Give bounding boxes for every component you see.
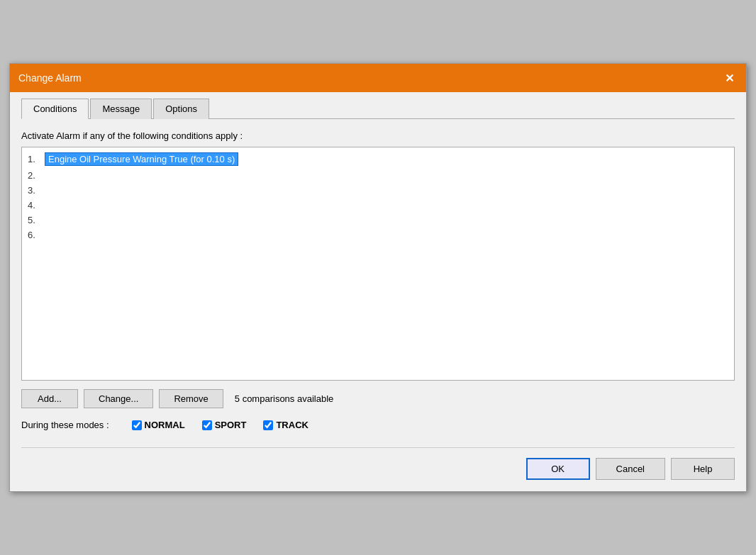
- condition-value-2[interactable]: [45, 175, 50, 176]
- condition-number-3: 3.: [28, 185, 45, 196]
- condition-row-3[interactable]: 3.: [28, 183, 728, 198]
- condition-number-6: 6.: [28, 230, 45, 240]
- dialog-body: Conditions Message Options Activate Alar…: [10, 92, 746, 491]
- mode-track-label: TRACK: [276, 420, 308, 430]
- modes-row: During these modes : NORMAL SPORT TRACK: [21, 420, 735, 430]
- help-button[interactable]: Help: [671, 458, 735, 480]
- condition-row-1[interactable]: 1. Engine Oil Pressure Warning True (for…: [28, 150, 728, 168]
- ok-button[interactable]: OK: [526, 458, 590, 480]
- tab-message[interactable]: Message: [90, 99, 152, 119]
- condition-value-1[interactable]: Engine Oil Pressure Warning True (for 0.…: [45, 152, 238, 166]
- condition-value-5[interactable]: [45, 220, 50, 221]
- condition-row-4[interactable]: 4.: [28, 198, 728, 213]
- close-button[interactable]: ✕: [721, 69, 738, 86]
- remove-button[interactable]: Remove: [159, 389, 223, 408]
- tab-bar: Conditions Message Options: [21, 98, 735, 119]
- condition-number-1: 1.: [28, 154, 45, 164]
- mode-sport-checkbox[interactable]: [202, 420, 212, 430]
- condition-number-2: 2.: [28, 170, 45, 181]
- mode-normal-label: NORMAL: [145, 420, 185, 430]
- action-buttons-row: Add... Change... Remove 5 comparisons av…: [21, 389, 735, 408]
- condition-row-2[interactable]: 2.: [28, 168, 728, 183]
- comparisons-label: 5 comparisons available: [235, 393, 333, 404]
- modes-label: During these modes :: [21, 420, 109, 430]
- conditions-list: 1. Engine Oil Pressure Warning True (for…: [21, 147, 735, 381]
- section-label: Activate Alarm if any of the following c…: [21, 130, 735, 141]
- tab-conditions[interactable]: Conditions: [21, 99, 89, 119]
- condition-value-4[interactable]: [45, 205, 50, 206]
- add-button[interactable]: Add...: [21, 389, 78, 408]
- footer-buttons: OK Cancel Help: [21, 447, 735, 480]
- mode-normal-checkbox[interactable]: [132, 420, 142, 430]
- condition-number-4: 4.: [28, 200, 45, 211]
- dialog-title: Change Alarm: [18, 72, 82, 84]
- mode-sport-label: SPORT: [215, 420, 247, 430]
- tab-options[interactable]: Options: [153, 99, 209, 119]
- mode-track-checkbox[interactable]: [263, 420, 273, 430]
- condition-row-5[interactable]: 5.: [28, 213, 728, 228]
- title-bar: Change Alarm ✕: [10, 64, 746, 92]
- mode-track[interactable]: TRACK: [263, 420, 308, 430]
- change-button[interactable]: Change...: [84, 389, 153, 408]
- condition-row-6[interactable]: 6.: [28, 228, 728, 242]
- condition-value-3[interactable]: [45, 190, 50, 191]
- mode-normal[interactable]: NORMAL: [132, 420, 185, 430]
- cancel-button[interactable]: Cancel: [596, 458, 665, 480]
- condition-number-5: 5.: [28, 215, 45, 225]
- mode-sport[interactable]: SPORT: [202, 420, 247, 430]
- change-alarm-dialog: Change Alarm ✕ Conditions Message Option…: [9, 63, 747, 492]
- condition-value-6[interactable]: [45, 235, 50, 236]
